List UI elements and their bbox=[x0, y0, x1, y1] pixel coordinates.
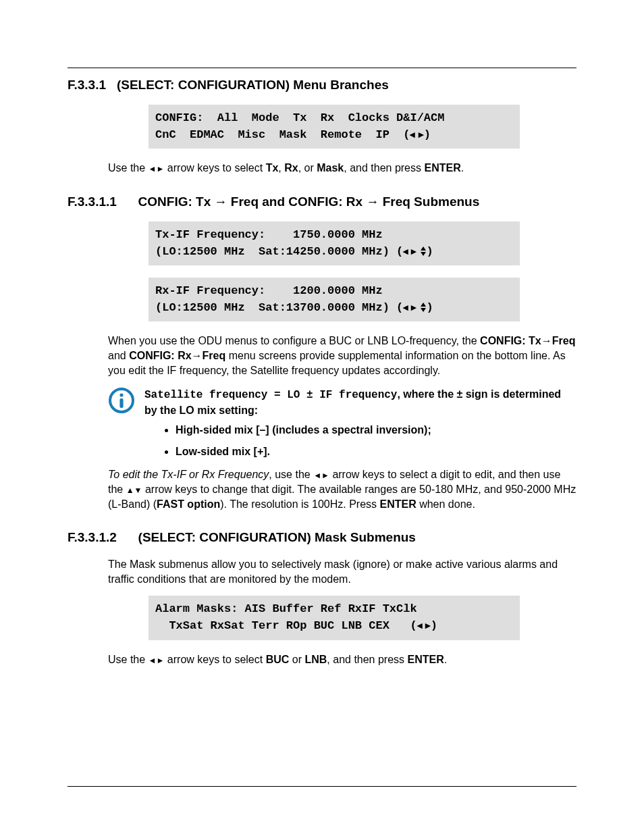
list-item: Low-sided mix [+]. bbox=[176, 446, 576, 458]
paragraph-use-arrows-1: Use the ◄► arrow keys to select Tx, Rx, … bbox=[108, 161, 576, 176]
nav-icons: ◂ ▸ bbox=[403, 245, 426, 257]
paragraph-edit-freq: To edit the Tx-IF or Rx Frequency, use t… bbox=[108, 467, 576, 511]
paragraph-use-arrows-2: Use the ◄► arrow keys to select BUC or L… bbox=[108, 652, 576, 667]
note-block: Satellite frequency = LO ± IF frequency,… bbox=[108, 387, 576, 417]
heading-f3311: F.3.3.1.1 CONFIG: Tx → Freq and CONFIG: … bbox=[68, 194, 576, 209]
heading-num: F.3.3.1 bbox=[68, 78, 106, 92]
document-page: F.3.3.1 (SELECT: CONFIGURATION) Menu Bra… bbox=[0, 0, 644, 834]
up-arrow-icon: ▲ bbox=[126, 486, 134, 495]
code-rxif: Rx-IF Frequency: 1200.0000 MHz (LO:12500… bbox=[149, 278, 520, 321]
left-arrow-icon: ◄ bbox=[149, 656, 157, 665]
paragraph-mask-intro: The Mask submenus allow you to selective… bbox=[108, 557, 576, 586]
right-arrow-icon: ► bbox=[156, 164, 164, 174]
svg-rect-6 bbox=[119, 398, 123, 408]
left-arrow-icon: ◄ bbox=[149, 164, 157, 174]
code-alarm-masks: Alarm Masks: AIS Buffer Ref RxIF TxClk T… bbox=[149, 596, 520, 640]
left-right-icon: ◂ ▸ bbox=[417, 619, 431, 631]
code-config-menu: CONFIG: All Mode Tx Rx Clocks D&I/ACM Cn… bbox=[149, 105, 520, 149]
top-rule bbox=[68, 68, 576, 68]
svg-marker-2 bbox=[421, 303, 426, 307]
code-txif: Tx-IF Frequency: 1750.0000 MHz (LO:12500… bbox=[149, 221, 520, 265]
heading-f331: F.3.3.1 (SELECT: CONFIGURATION) Menu Bra… bbox=[68, 78, 576, 93]
left-right-icon: ◂ ▸ bbox=[410, 128, 423, 140]
heading-title: (SELECT: CONFIGURATION) Mask Submenus bbox=[138, 530, 416, 544]
right-arrow-icon: ► bbox=[321, 471, 329, 480]
note-text: Satellite frequency = LO ± IF frequency,… bbox=[144, 387, 576, 417]
mix-list: High-sided mix [–] (includes a spectral … bbox=[176, 424, 576, 458]
right-arrow-icon: ► bbox=[156, 656, 164, 665]
info-icon bbox=[108, 387, 135, 414]
left-arrow-icon: ◄ bbox=[313, 471, 321, 480]
down-arrow-icon: ▼ bbox=[134, 486, 142, 495]
paragraph-odu-config: When you use the ODU menus to configure … bbox=[108, 334, 576, 377]
heading-num: F.3.3.1.2 bbox=[68, 530, 117, 544]
right-arrow-icon: → bbox=[366, 194, 379, 209]
list-item: High-sided mix [–] (includes a spectral … bbox=[176, 424, 576, 436]
heading-f3312: F.3.3.1.2 (SELECT: CONFIGURATION) Mask S… bbox=[68, 530, 576, 545]
svg-marker-3 bbox=[421, 308, 426, 312]
heading-num: F.3.3.1.1 bbox=[68, 194, 117, 209]
svg-marker-0 bbox=[421, 246, 426, 251]
heading-title: (SELECT: CONFIGURATION) Menu Branches bbox=[117, 78, 389, 92]
right-arrow-icon: → bbox=[215, 194, 227, 209]
svg-point-5 bbox=[119, 394, 123, 397]
svg-marker-1 bbox=[421, 252, 426, 256]
bottom-rule bbox=[68, 786, 576, 787]
nav-icons: ◂ ▸ bbox=[403, 301, 426, 313]
